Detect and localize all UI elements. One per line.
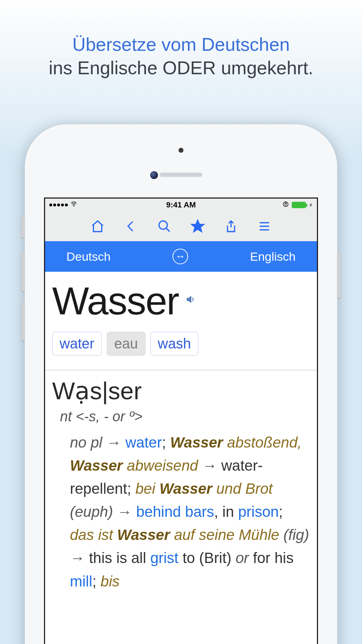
- txt: ;: [92, 573, 100, 590]
- grammar-info: nt <-s, - or º>: [60, 408, 310, 424]
- status-left: [49, 201, 78, 209]
- txt: in: [223, 503, 238, 520]
- charging-bolt-icon: ⚡︎: [309, 202, 313, 209]
- chip-water[interactable]: water: [52, 332, 102, 356]
- txt: (fig): [279, 526, 309, 543]
- signal-dots-icon: [49, 204, 68, 206]
- status-right: ⚡︎: [283, 201, 313, 209]
- rotation-lock-icon: [283, 201, 289, 209]
- menu-icon[interactable]: [257, 218, 272, 234]
- share-icon[interactable]: [223, 218, 239, 234]
- example-de: Wasser: [70, 457, 123, 474]
- swap-languages-button[interactable]: ↔: [172, 249, 188, 264]
- example-de: seine Mühle: [199, 526, 279, 543]
- language-bar: Deutsch ↔ Englisch: [45, 241, 317, 272]
- txt: ,: [214, 503, 218, 520]
- syllabification: Wạs|ser: [52, 377, 310, 405]
- example-de: bei: [135, 480, 159, 497]
- phone-volume-down: [21, 302, 25, 341]
- example-de: auf: [170, 526, 195, 543]
- example-de: und Brot: [216, 480, 273, 497]
- phone-frame: 9:41 AM ⚡︎: [25, 124, 337, 644]
- translation-chips: water eau wash: [52, 332, 310, 356]
- txt: or: [236, 550, 253, 566]
- txt: to (Brit): [182, 550, 235, 566]
- arrow-icon: →: [117, 503, 132, 520]
- phone-speaker: [160, 173, 202, 177]
- swap-icon: ↔: [175, 251, 185, 262]
- star-icon[interactable]: [190, 218, 205, 234]
- svg-point-0: [73, 206, 74, 206]
- txt: ;: [279, 503, 283, 520]
- example-de: Wasser: [117, 526, 170, 543]
- chip-wash[interactable]: wash: [150, 332, 198, 356]
- arrow-icon: →: [106, 434, 121, 451]
- txt: ;: [162, 434, 170, 451]
- svg-rect-2: [285, 204, 287, 205]
- link-water[interactable]: water: [125, 434, 162, 451]
- arrow-icon: →: [70, 550, 85, 566]
- example-de: Wasser: [159, 480, 212, 497]
- entry-content: Wasser water eau wash Wạs|ser nt <-s, - …: [45, 272, 317, 644]
- phone-mute-switch: [21, 217, 25, 238]
- promo-line-2: ins Englische ODER umgekehrt.: [0, 57, 362, 79]
- audio-icon[interactable]: [185, 294, 196, 307]
- status-time: 9:41 AM: [166, 200, 196, 210]
- phone-bezel: 9:41 AM ⚡︎: [38, 137, 324, 644]
- phone-volume-up: [21, 252, 25, 291]
- promo-block: Übersetze vom Deutschen ins Englische OD…: [0, 0, 362, 79]
- back-icon[interactable]: [123, 218, 139, 234]
- txt: for his: [253, 550, 294, 566]
- phone-front-camera: [150, 171, 158, 179]
- home-icon[interactable]: [90, 218, 105, 234]
- txt: no pl: [70, 434, 102, 451]
- phone-power-button: [337, 252, 341, 298]
- headword-row: Wasser: [52, 278, 310, 323]
- phone-screen: 9:41 AM ⚡︎: [44, 197, 318, 644]
- link-behind-bars[interactable]: behind bars: [132, 503, 214, 520]
- arrow-icon: →: [202, 457, 217, 474]
- example-de: das ist: [70, 526, 117, 543]
- example-de: abstoßend,: [227, 434, 302, 451]
- link-prison[interactable]: prison: [238, 503, 279, 520]
- search-icon[interactable]: [157, 218, 172, 234]
- link-mill[interactable]: mill: [70, 573, 92, 590]
- phone-sensor-dot: [179, 148, 183, 153]
- svg-point-3: [159, 221, 167, 229]
- link-grist[interactable]: grist: [150, 550, 178, 566]
- separator: [45, 370, 317, 370]
- txt: (euph): [70, 503, 117, 520]
- headword: Wasser: [52, 278, 179, 323]
- example-de: abweisend: [127, 457, 198, 474]
- battery-icon: [292, 202, 306, 208]
- toolbar: [45, 211, 317, 241]
- definition-body: no pl → water; Wasser abstoßend, Wasser …: [52, 431, 310, 593]
- example-de: bis: [100, 573, 120, 590]
- txt: this is all: [85, 550, 150, 566]
- example-de: Wasser: [170, 434, 223, 451]
- status-bar: 9:41 AM ⚡︎: [45, 199, 317, 211]
- wifi-icon: [70, 201, 78, 209]
- chip-eau[interactable]: eau: [107, 332, 146, 356]
- source-language[interactable]: Deutsch: [66, 250, 111, 264]
- target-language[interactable]: Englisch: [250, 250, 296, 264]
- promo-line-1: Übersetze vom Deutschen: [0, 34, 362, 55]
